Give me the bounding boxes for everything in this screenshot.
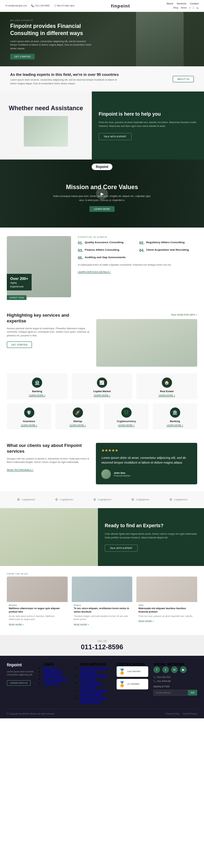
- ready-title: Ready to find an Experts?: [105, 522, 197, 529]
- expertise-left: Over 200+ Highly Experienced EXPERT TEAM: [7, 236, 71, 297]
- logo-icon-5: ❖: [169, 497, 173, 502]
- footer-svc-1[interactable]: Quality Assurance Consulting: [80, 666, 112, 674]
- key-services-title: Highlighting key services and expertise: [7, 313, 89, 324]
- footer-svc-4[interactable]: Expert Acquisition and Recruiting: [80, 689, 112, 696]
- hero-description: Lorem ipsum dolor sit amet, consectetur …: [10, 40, 92, 51]
- expertise-list: 01. Quality Assurance Consulting 02. Reg…: [78, 241, 197, 260]
- capital-icon: 📈: [97, 378, 107, 388]
- logo-icon-3: ❖: [93, 497, 97, 502]
- testimonial-section-title: What our clients say about Finpoint serv…: [7, 443, 89, 454]
- blog-image-2: [72, 577, 133, 602]
- footer-col-social: SOCIAL NETWORK f t in ▶ 📞 011-011-011 📞 …: [153, 663, 197, 704]
- footer-col-brand: finpoint Lorem ipsum dolor sit amet, con…: [7, 663, 38, 704]
- header: ✉ info@example.com 📞 +011-234-5689 🕐 Mon…: [0, 0, 204, 12]
- service-link-crypto[interactable]: LEARN MORE >: [107, 424, 146, 427]
- key-services-left: Highlighting key services and expertise …: [7, 313, 89, 348]
- testimonial-left: What our clients say about Finpoint serv…: [7, 443, 89, 471]
- service-name-banking: Banking: [10, 390, 65, 393]
- expertise-item-2: 02. Regulatory Affairs Consulting: [139, 241, 198, 245]
- footer-link-about[interactable]: About Us: [44, 666, 75, 670]
- read-testimonials-link[interactable]: READ TESTIMONIALS >: [7, 469, 34, 471]
- ready-right: Ready to find an Experts? Cras ultricies…: [98, 508, 204, 566]
- newsletter-input[interactable]: [153, 690, 188, 696]
- talk-now-link[interactable]: TALK NOW FOR INFO >: [171, 314, 197, 316]
- newsletter-button[interactable]: GO: [188, 690, 197, 696]
- footer-career-button[interactable]: CAREER WITH US: [7, 680, 31, 686]
- testimonial-section-desc: Quisque velit nisi, pretium ut lacinia i…: [7, 457, 89, 464]
- about-button[interactable]: ABOUT US: [173, 76, 194, 82]
- social-icons: f t in ▶: [153, 666, 197, 673]
- nav-about[interactable]: About: [167, 2, 173, 5]
- blog-read-1[interactable]: READ MORE >: [9, 623, 24, 626]
- cert-text-2: AT 12030900: [127, 683, 139, 685]
- footer-link-testimonials[interactable]: Testimonials: [44, 674, 75, 678]
- footer-copyright: © Copyright by Affinion Studio | All rig…: [7, 713, 54, 715]
- social-linkedin[interactable]: in: [171, 666, 178, 673]
- social-in[interactable]: in: [197, 6, 199, 10]
- mission-cta-button[interactable]: LEARN MORE: [89, 206, 115, 212]
- assistance-cta-button[interactable]: TALK WITH EXPERT: [99, 133, 132, 140]
- logo-icon-2: ❖: [55, 497, 58, 502]
- service-link-startup[interactable]: LEARN MORE >: [58, 424, 97, 427]
- social-twitter[interactable]: t: [162, 666, 169, 673]
- header-contact-phone: 📞 +011-234-5689: [31, 4, 50, 7]
- footer-svc-3[interactable]: Finance Affairs Consulting: [80, 681, 112, 689]
- expertise-tag: EXPERTISE IN DOMAIN: [78, 236, 197, 238]
- logo-icon-1: ❖: [17, 497, 20, 502]
- service-link-capital[interactable]: LEARN MORE >: [74, 394, 130, 397]
- footer-link-pricing[interactable]: Pricing Package: [44, 678, 75, 681]
- footer-project-link[interactable]: Submit Project: [183, 713, 197, 715]
- social-tw[interactable]: t: [193, 6, 194, 10]
- expertise-item-4: 04. Client Acquisition and Recruiting: [139, 248, 198, 252]
- header-news[interactable]: News: [181, 6, 187, 10]
- social-youtube[interactable]: ▶: [180, 666, 187, 673]
- footer-svc-2[interactable]: Regulatory Affairs Consulting: [80, 674, 112, 681]
- header-logo[interactable]: finpoint: [111, 3, 130, 9]
- footer-top: finpoint Lorem ipsum dolor sit amet, con…: [7, 663, 197, 704]
- expertise-right: EXPERTISE IN DOMAIN 01. Quality Assuranc…: [78, 236, 197, 297]
- cert-text-1: Call 27007903: [127, 670, 140, 673]
- social-facebook[interactable]: f: [153, 666, 160, 673]
- service-link-banking[interactable]: LEARN MORE >: [10, 394, 65, 397]
- about-text: As the leading experts in this field, we…: [10, 72, 119, 85]
- footer-svc-5[interactable]: Auditing and Gap Assessments: [80, 696, 112, 704]
- footer-privacy-link[interactable]: Privacy Policy: [166, 713, 179, 715]
- service-link-insurance[interactable]: LEARN MORE >: [10, 424, 49, 427]
- assistance-right: Finpoint is here to help you Proin leo r…: [92, 91, 204, 160]
- about-strip: As the leading experts in this field, we…: [0, 66, 204, 91]
- footer-col-certifications: CERTIFICATIONS 🏅 Call 27007903 🏅 AT 1203…: [117, 663, 148, 704]
- footer-link-whatwedo[interactable]: What We Do: [44, 670, 75, 674]
- hero-cta-button[interactable]: GET STARTED: [10, 54, 35, 60]
- expert-team-button[interactable]: EXPERT TEAM: [7, 295, 27, 300]
- service-card-banking2: 🏛️ Banking LEARN MORE >: [153, 403, 197, 429]
- expertise-item-5: 05. Auditing and Gap Assessments: [78, 256, 136, 260]
- blog-read-2[interactable]: READ MORE >: [74, 623, 89, 626]
- nav-contact[interactable]: Contact: [190, 2, 199, 5]
- assistance-section: Whether need Assistance Finpoint is here…: [0, 91, 204, 160]
- cert-2: 🏅 AT 12030900: [117, 679, 148, 689]
- header-blog[interactable]: Blog: [173, 6, 178, 10]
- blog-image-3: [136, 577, 197, 602]
- cert-icon-1: 🏅: [119, 668, 125, 675]
- blog-card-1: Business Mattheus ullamcorper ex augue q…: [7, 577, 68, 628]
- assistance-title: Whether need Assistance: [9, 104, 83, 112]
- testimonial-quote: Lorem ipsum dolor sit amet, consectetur …: [101, 455, 192, 465]
- social-fb[interactable]: f: [189, 6, 190, 10]
- service-link-banking2[interactable]: LEARN MORE >: [155, 424, 194, 427]
- service-link-realestate[interactable]: LEARN MORE >: [139, 394, 194, 397]
- assistance-right-desc: Proin leo risus, posuere sit amet imperd…: [99, 120, 197, 128]
- ready-image: [0, 508, 98, 566]
- cta-phone-number[interactable]: 011-112-8596: [5, 643, 199, 651]
- crypto-icon: 💱: [121, 407, 132, 418]
- blog-read-3[interactable]: READ MORE >: [138, 620, 154, 622]
- get-started-button[interactable]: GET STARTED: [7, 341, 32, 348]
- footer-link-contact[interactable]: Contact Us: [44, 681, 75, 685]
- talk-expert-button[interactable]: TALK WITH EXPERT: [105, 545, 138, 552]
- footer-col-services: OUR SERVICES Quality Assurance Consultin…: [80, 663, 112, 704]
- services-image: [96, 319, 197, 367]
- nav-services[interactable]: Services: [176, 2, 186, 5]
- logos-section: ❖ Logolpsum ❖ Logolpsum ❖ Logolpsum ❖ Lo…: [0, 491, 204, 508]
- learn-services-link[interactable]: LEARN SERVICES DETAILS >: [78, 271, 111, 273]
- testimonial-author: John Doe Financial Advisor: [101, 469, 192, 479]
- footer-links: Privacy Policy Submit Project: [166, 713, 197, 715]
